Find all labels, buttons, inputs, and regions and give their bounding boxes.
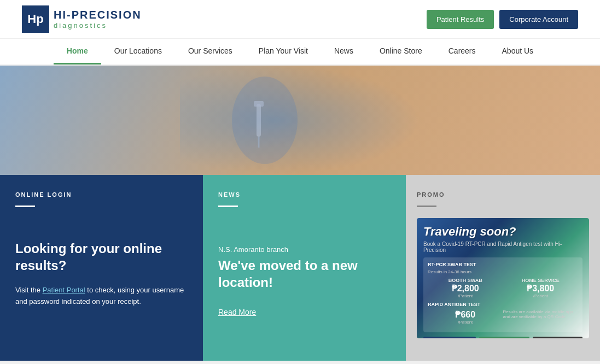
promo-underline xyxy=(417,206,436,207)
promo-antigen-note-col: Results are available via mobile app and… xyxy=(503,309,579,325)
hero-illustration xyxy=(210,71,319,169)
news-section-label: NEWS xyxy=(218,191,391,198)
logo-sub-text: diagnostics xyxy=(54,21,142,30)
promo-logos: HI-PRECISION diagnostics Hi-Precision Di… xyxy=(423,337,582,338)
news-panel: NEWS N.S. Amoranto branch We've moved to… xyxy=(203,175,406,361)
nav-item-news[interactable]: News xyxy=(321,39,366,64)
booth-unit: /Patient xyxy=(428,293,503,298)
promo-booth-col: BOOTH SWAB ₱2,800 /Patient xyxy=(428,278,503,298)
news-underline xyxy=(218,206,238,207)
main-nav: Home Our Locations Our Services Plan You… xyxy=(0,39,600,66)
test2-price: ₱660 xyxy=(428,309,503,320)
promo-row-1: BOOTH SWAB ₱2,800 /Patient HOME SERVICE … xyxy=(428,278,578,298)
hero-banner xyxy=(0,66,600,175)
news-branch: N.S. Amoranto branch xyxy=(218,245,391,254)
promo-test1-name: RT-PCR SWAB TEST xyxy=(428,262,578,267)
patient-portal-link[interactable]: Patient Portal xyxy=(43,286,85,294)
nav-item-store[interactable]: Online Store xyxy=(366,39,435,64)
nav-item-services[interactable]: Our Services xyxy=(175,39,246,64)
promo-home-col: HOME SERVICE ₱3,800 /Patient xyxy=(503,278,579,298)
test2-note: Results are available via mobile app and… xyxy=(503,309,579,319)
promo-logo-2: Hi-Precision Diagnostics Plus xyxy=(479,337,529,338)
bottom-section: What test do you need? Use our search bo… xyxy=(0,361,600,364)
login-body-before: Visit the xyxy=(15,286,43,294)
promo-row-2: ₱660 /Patient Results are available via … xyxy=(428,309,578,325)
test2-unit: /Patient xyxy=(428,320,503,325)
read-more-link[interactable]: Read More xyxy=(218,308,256,316)
svg-point-0 xyxy=(232,77,298,164)
promo-table: RT-PCR SWAB TEST Results in 24-36 hours … xyxy=(423,257,582,332)
login-panel: ONLINE LOGIN Looking for your online res… xyxy=(0,175,203,361)
login-underline xyxy=(15,206,35,207)
promo-section-label: PROMO xyxy=(417,191,589,198)
login-headline: Looking for your online results? xyxy=(15,240,188,274)
nav-item-locations[interactable]: Our Locations xyxy=(101,39,175,64)
promo-test1-detail: Results in 24-36 hours xyxy=(428,269,578,274)
svg-rect-1 xyxy=(257,104,261,137)
logo: Hp HI-PRECISION diagnostics xyxy=(22,5,142,33)
home-label: HOME SERVICE xyxy=(503,278,579,283)
corporate-account-button[interactable]: Corporate Account xyxy=(499,10,578,29)
logo-main-text: HI-PRECISION xyxy=(54,9,142,21)
promo-antigen-col: ₱660 /Patient xyxy=(428,309,503,325)
login-section-label: ONLINE LOGIN xyxy=(15,191,188,198)
news-headline: We've moved to a new location! xyxy=(218,257,391,291)
home-price: ₱3,800 xyxy=(503,283,579,293)
promo-panel: PROMO Traveling soon? Book a Covid-19 RT… xyxy=(406,175,600,361)
nav-item-plan[interactable]: Plan Your Visit xyxy=(246,39,321,64)
promo-traveling-text: Traveling soon? xyxy=(423,225,516,239)
nav-item-careers[interactable]: Careers xyxy=(435,39,489,64)
main-panels: ONLINE LOGIN Looking for your online res… xyxy=(0,175,600,361)
promo-logo-3: ADVANCED LAB SOLUTIONS xyxy=(533,337,582,338)
logo-icon-text: Hp xyxy=(27,12,43,26)
home-unit: /Patient xyxy=(503,293,579,298)
booth-price: ₱2,800 xyxy=(428,283,503,293)
header-buttons: Patient Results Corporate Account xyxy=(427,10,578,29)
logo-text: HI-PRECISION diagnostics xyxy=(54,9,142,30)
patient-results-button[interactable]: Patient Results xyxy=(427,10,494,29)
header: Hp HI-PRECISION diagnostics Patient Resu… xyxy=(0,0,600,39)
login-body: Visit the Patient Portal to check, using… xyxy=(15,285,188,308)
nav-item-home[interactable]: Home xyxy=(54,39,101,64)
svg-rect-2 xyxy=(254,101,264,107)
booth-label: BOOTH SWAB xyxy=(428,278,503,283)
logo-icon: Hp xyxy=(22,5,49,33)
promo-test2-name: RAPID ANTIGEN TEST xyxy=(428,302,578,307)
promo-image: Traveling soon? Book a Covid-19 RT-PCR a… xyxy=(417,218,589,338)
promo-logo-1: HI-PRECISION diagnostics xyxy=(423,337,476,338)
nav-item-about[interactable]: About Us xyxy=(489,39,547,64)
promo-sub-text: Book a Covid-19 RT-PCR and Rapid Antigen… xyxy=(423,241,582,253)
